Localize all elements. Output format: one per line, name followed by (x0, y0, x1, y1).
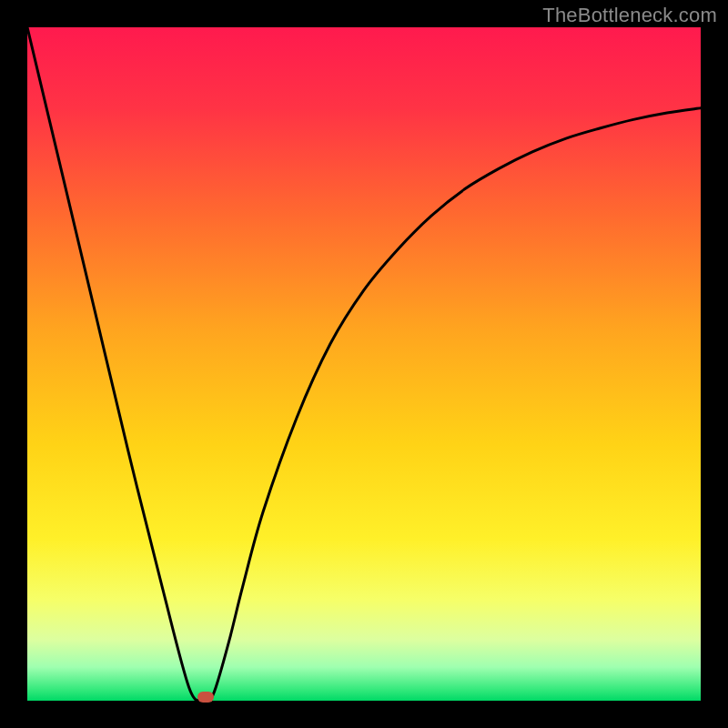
watermark-text: TheBottleneck.com (542, 4, 717, 27)
bottleneck-curve (27, 27, 701, 701)
optimum-marker (197, 692, 214, 703)
chart-frame: { "watermark": "TheBottleneck.com", "cha… (0, 0, 728, 728)
curve-layer (27, 27, 701, 701)
plot-area (27, 27, 701, 701)
